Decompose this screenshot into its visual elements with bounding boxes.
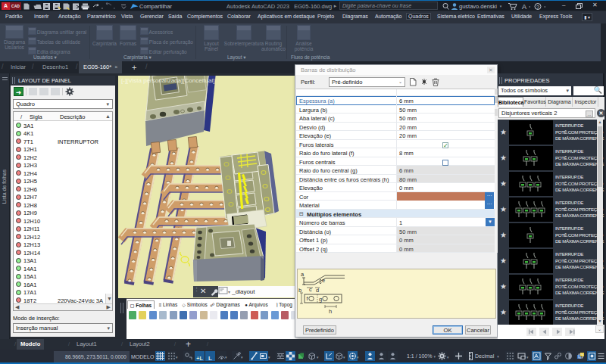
svg-text:b: b xyxy=(298,287,301,294)
svg-text:a: a xyxy=(301,271,305,278)
svg-text:f: f xyxy=(307,295,309,302)
svg-text:?: ? xyxy=(536,5,539,10)
svg-text:g: g xyxy=(319,296,322,303)
svg-text:d: d xyxy=(316,287,319,294)
svg-text:e: e xyxy=(322,277,325,284)
svg-text:c: c xyxy=(309,286,312,293)
svg-text:h: h xyxy=(329,308,332,315)
svg-text:A: A xyxy=(522,3,526,11)
